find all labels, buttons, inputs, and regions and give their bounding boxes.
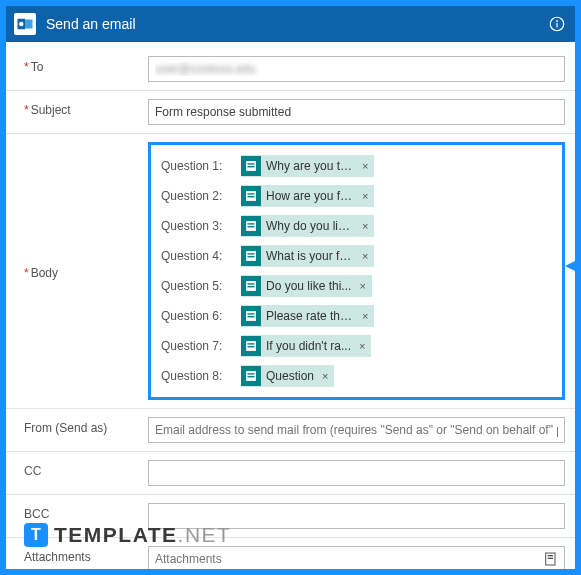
bcc-input[interactable]	[148, 503, 565, 529]
header-bar: Send an email	[6, 6, 575, 42]
row-cc: CC	[6, 452, 575, 495]
token-text: Why do you lik...	[266, 219, 354, 233]
svg-rect-28	[248, 373, 255, 374]
row-from: From (Send as)	[6, 409, 575, 452]
body-question-row: Question 4:What is your fa...×	[161, 241, 552, 271]
token-text: Do you like thi...	[266, 279, 351, 293]
forms-icon	[241, 366, 261, 386]
token-remove-icon[interactable]: ×	[320, 370, 330, 382]
row-to: *To	[6, 48, 575, 91]
dynamic-token[interactable]: Do you like thi...×	[241, 275, 372, 297]
svg-rect-23	[248, 316, 255, 317]
question-label: Question 7:	[161, 339, 235, 353]
svg-rect-14	[248, 226, 255, 227]
token-text: Question	[266, 369, 314, 383]
attachment-picker-icon[interactable]	[543, 551, 559, 567]
info-icon[interactable]	[547, 14, 567, 34]
dynamic-token[interactable]: Question×	[241, 365, 334, 387]
svg-rect-19	[248, 283, 255, 284]
forms-icon	[241, 246, 261, 266]
header-title: Send an email	[46, 16, 537, 32]
svg-rect-13	[248, 223, 255, 224]
svg-rect-29	[248, 376, 255, 377]
forms-icon	[241, 276, 261, 296]
dynamic-token[interactable]: What is your fa...×	[241, 245, 374, 267]
attachments-input[interactable]	[148, 546, 565, 569]
row-attachments: Attachments	[6, 538, 575, 569]
svg-rect-1	[25, 20, 33, 29]
dynamic-token[interactable]: Why do you lik...×	[241, 215, 374, 237]
label-to: *To	[24, 56, 134, 74]
question-label: Question 4:	[161, 249, 235, 263]
token-remove-icon[interactable]: ×	[360, 160, 370, 172]
from-input[interactable]	[148, 417, 565, 443]
body-question-row: Question 1:Why are you ta...×	[161, 151, 552, 181]
label-bcc: BCC	[24, 503, 134, 521]
question-label: Question 3:	[161, 219, 235, 233]
svg-rect-11	[248, 196, 255, 197]
svg-marker-31	[565, 260, 575, 272]
question-label: Question 6:	[161, 309, 235, 323]
question-label: Question 8:	[161, 369, 235, 383]
svg-rect-7	[248, 163, 255, 164]
token-text: Please rate this...	[266, 309, 354, 323]
question-label: Question 5:	[161, 279, 235, 293]
row-body: *Body Question 1:Why are you ta...×Quest…	[6, 134, 575, 409]
token-text: How are you fe...	[266, 189, 354, 203]
row-bcc: BCC	[6, 495, 575, 538]
token-remove-icon[interactable]: ×	[360, 250, 370, 262]
svg-rect-33	[548, 555, 553, 556]
token-text: What is your fa...	[266, 249, 354, 263]
question-label: Question 1:	[161, 159, 235, 173]
token-text: If you didn't ra...	[266, 339, 351, 353]
dynamic-token[interactable]: Why are you ta...×	[241, 155, 374, 177]
row-subject: *Subject	[6, 91, 575, 134]
token-remove-icon[interactable]: ×	[360, 220, 370, 232]
svg-rect-16	[248, 253, 255, 254]
forms-icon	[241, 156, 261, 176]
question-label: Question 2:	[161, 189, 235, 203]
label-attachments: Attachments	[24, 546, 134, 564]
form-area: *To *Subject *Body Question 1:Why are yo…	[6, 42, 575, 569]
label-from: From (Send as)	[24, 417, 134, 435]
svg-rect-8	[248, 166, 255, 167]
token-remove-icon[interactable]: ×	[357, 340, 367, 352]
label-subject: *Subject	[24, 99, 134, 117]
svg-rect-34	[548, 558, 553, 559]
forms-icon	[241, 336, 261, 356]
callout-arrow-icon	[565, 256, 575, 279]
body-question-row: Question 6:Please rate this...×	[161, 301, 552, 331]
svg-rect-26	[248, 346, 255, 347]
token-remove-icon[interactable]: ×	[360, 190, 370, 202]
svg-rect-10	[248, 193, 255, 194]
svg-rect-25	[248, 343, 255, 344]
label-body: *Body	[24, 262, 134, 280]
svg-rect-5	[556, 23, 557, 28]
token-remove-icon[interactable]: ×	[357, 280, 367, 292]
svg-rect-22	[248, 313, 255, 314]
body-question-row: Question 8:Question×	[161, 361, 552, 391]
dynamic-token[interactable]: How are you fe...×	[241, 185, 374, 207]
outlook-icon	[14, 13, 36, 35]
subject-input[interactable]	[148, 99, 565, 125]
svg-point-2	[19, 22, 24, 27]
forms-icon	[241, 306, 261, 326]
token-text: Why are you ta...	[266, 159, 354, 173]
body-question-row: Question 2:How are you fe...×	[161, 181, 552, 211]
svg-rect-17	[248, 256, 255, 257]
body-question-row: Question 7:If you didn't ra...×	[161, 331, 552, 361]
body-question-row: Question 3:Why do you lik...×	[161, 211, 552, 241]
forms-icon	[241, 216, 261, 236]
app-frame: Send an email *To *Subject *Body Questio…	[0, 0, 581, 575]
body-editor[interactable]: Question 1:Why are you ta...×Question 2:…	[148, 142, 565, 400]
svg-rect-20	[248, 286, 255, 287]
forms-icon	[241, 186, 261, 206]
dynamic-token[interactable]: If you didn't ra...×	[241, 335, 371, 357]
token-remove-icon[interactable]: ×	[360, 310, 370, 322]
to-input[interactable]	[148, 56, 565, 82]
label-cc: CC	[24, 460, 134, 478]
dynamic-token[interactable]: Please rate this...×	[241, 305, 374, 327]
body-question-row: Question 5:Do you like thi...×	[161, 271, 552, 301]
cc-input[interactable]	[148, 460, 565, 486]
svg-point-4	[556, 20, 558, 22]
